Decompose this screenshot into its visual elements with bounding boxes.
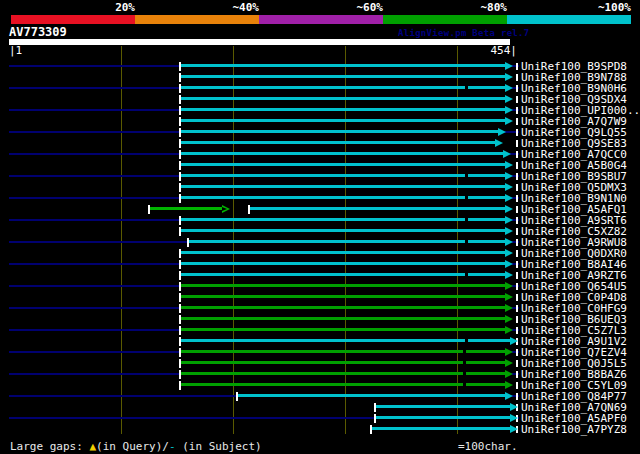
alignment-bar[interactable]	[249, 207, 505, 210]
segment-start-tick	[179, 282, 181, 291]
row-end-marker	[516, 283, 518, 290]
alignment-bar[interactable]	[180, 97, 505, 100]
segment-arrow-icon	[505, 359, 513, 367]
gaps-legend-suffix: (in Subject)	[176, 440, 262, 453]
segment-start-tick	[179, 128, 181, 137]
segment-arrow-icon	[505, 370, 513, 378]
alignment-bar[interactable]	[180, 163, 505, 166]
row-end-marker	[516, 96, 518, 103]
segment-start-tick	[148, 205, 150, 214]
segment-start-tick	[179, 95, 181, 104]
ruler-start-label: |1	[9, 45, 22, 57]
row-end-marker	[516, 107, 518, 114]
segment-arrow-hollow-center	[222, 207, 227, 211]
row-end-marker	[516, 371, 518, 378]
alignment-bar[interactable]	[180, 64, 505, 67]
gaps-legend: Large gaps: ▲(in Query)/- (in Subject)	[10, 441, 262, 453]
segment-start-tick	[179, 315, 181, 324]
segment-start-tick	[179, 73, 181, 82]
identity-scale-segment	[11, 15, 135, 24]
alignment-bar[interactable]	[180, 229, 505, 232]
row-end-marker	[516, 63, 518, 70]
identity-scale-label: ~80%	[481, 2, 508, 14]
gap-in-subject-dash-icon: -	[169, 440, 176, 453]
alignment-bar[interactable]	[180, 328, 505, 331]
segment-arrow-icon	[503, 150, 511, 158]
segment-arrow-icon	[505, 304, 513, 312]
alignment-bar[interactable]	[180, 185, 505, 188]
row-end-marker	[516, 250, 518, 257]
segment-start-tick	[187, 238, 189, 247]
segment-arrow-icon	[505, 73, 513, 81]
alignment-bar[interactable]	[180, 86, 505, 89]
alignment-viewer: 20%~40%~60%~80%~100% AV773309 AlignView.…	[0, 0, 640, 454]
segment-start-tick	[179, 370, 181, 379]
alignment-bar[interactable]	[180, 251, 505, 254]
alignment-bar[interactable]	[180, 339, 510, 342]
segment-start-tick	[179, 227, 181, 236]
alignment-bar[interactable]	[180, 372, 505, 375]
version-watermark: AlignView.pm Beta rel.7	[398, 28, 530, 38]
alignment-bar[interactable]	[180, 295, 505, 298]
identity-scale-segment	[507, 15, 631, 24]
row-end-marker	[516, 228, 518, 235]
alignment-bar[interactable]	[180, 174, 505, 177]
row-end-marker	[516, 151, 518, 158]
identity-scale-label: ~60%	[357, 2, 384, 14]
alignment-bar[interactable]	[180, 361, 505, 364]
alignment-bar[interactable]	[180, 196, 505, 199]
row-end-marker	[516, 349, 518, 356]
segment-arrow-icon	[505, 95, 513, 103]
gap-dot	[463, 361, 466, 366]
alignment-bar[interactable]	[371, 427, 510, 430]
segment-arrow-icon	[505, 62, 513, 70]
alignment-bar[interactable]	[180, 383, 505, 386]
segment-arrow-icon	[505, 260, 513, 268]
segment-start-tick	[179, 62, 181, 71]
alignment-bar[interactable]	[180, 273, 505, 276]
alignment-bar[interactable]	[149, 207, 222, 210]
gap-dot	[465, 339, 468, 344]
segment-arrow-icon	[498, 128, 506, 136]
segment-arrow-icon	[505, 249, 513, 257]
alignment-bar[interactable]	[180, 262, 505, 265]
alignment-bar[interactable]	[237, 394, 505, 397]
gap-dot	[465, 218, 468, 223]
segment-arrow-icon	[505, 194, 513, 202]
alignment-bar[interactable]	[180, 141, 495, 144]
alignment-bar[interactable]	[180, 75, 505, 78]
segment-start-tick	[370, 425, 372, 434]
identity-scale-segment	[259, 15, 383, 24]
segment-start-tick	[179, 194, 181, 203]
alignment-bar[interactable]	[180, 130, 498, 133]
alignment-bar[interactable]	[180, 284, 505, 287]
gap-dot	[463, 350, 466, 355]
segment-arrow-icon	[505, 326, 513, 334]
segment-start-tick	[179, 84, 181, 93]
segment-start-tick	[179, 337, 181, 346]
segment-arrow-icon	[505, 172, 513, 180]
identity-scale-label: ~40%	[233, 2, 260, 14]
alignment-bar[interactable]	[180, 119, 505, 122]
alignment-bar[interactable]	[180, 350, 505, 353]
alignment-bar[interactable]	[375, 416, 510, 419]
row-end-marker	[516, 382, 518, 389]
segment-start-tick	[179, 359, 181, 368]
alignment-bar[interactable]	[188, 240, 505, 243]
alignment-bar[interactable]	[180, 218, 505, 221]
segment-start-tick	[236, 392, 238, 401]
row-end-marker	[516, 217, 518, 224]
gap-dot	[463, 383, 466, 388]
alignment-bar[interactable]	[180, 306, 505, 309]
segment-arrow-icon	[505, 205, 513, 213]
alignment-bar[interactable]	[180, 108, 505, 111]
segment-start-tick	[248, 205, 250, 214]
segment-start-tick	[179, 293, 181, 302]
alignment-bar[interactable]	[180, 317, 505, 320]
row-end-marker	[516, 140, 518, 147]
alignment-bar[interactable]	[375, 405, 510, 408]
row-label[interactable]: UniRef100_A7PYZ8	[521, 424, 627, 435]
row-end-marker	[516, 162, 518, 169]
alignment-bar[interactable]	[180, 152, 503, 155]
segment-arrow-icon	[505, 106, 513, 114]
